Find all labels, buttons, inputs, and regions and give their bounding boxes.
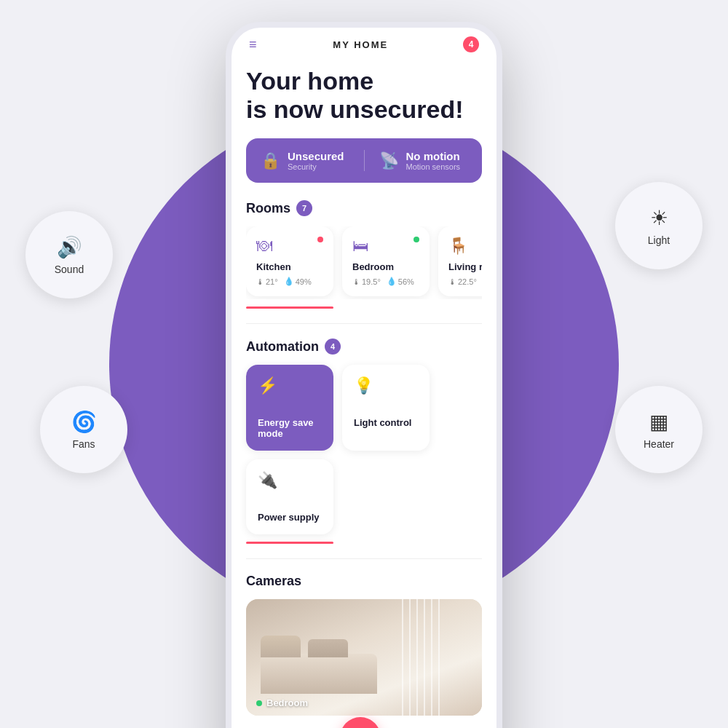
room-icon: 🍽	[256, 237, 323, 256]
automation-label: Light control	[354, 417, 418, 428]
notification-badge[interactable]: 4	[463, 36, 479, 52]
phone-content: Your home is now unsecured! 🔒 Unsecured …	[232, 55, 496, 728]
automation-card[interactable]: 🔌 Power supply	[246, 459, 333, 534]
security-divider	[364, 150, 365, 171]
room-card[interactable]: 🍽 Kitchen 🌡21° 💧49%	[246, 226, 333, 296]
motion-sub: Motion sensors	[406, 162, 461, 171]
light-icon: ☀	[650, 206, 668, 230]
automation-card[interactable]: ⚡ Energy save mode	[246, 365, 333, 451]
camera-active-dot	[256, 700, 262, 706]
room-icon: 🛏	[352, 237, 419, 256]
phone-body: ≡ MY HOME 4 Your home is now unsecured! …	[226, 22, 502, 728]
room-icon: 🪑	[448, 237, 482, 256]
room-stats: 🌡22.5° 💧52%	[448, 277, 482, 286]
rooms-tab-indicator	[246, 306, 333, 309]
rooms-title: Rooms	[246, 201, 290, 216]
automation-tab-line	[246, 558, 482, 559]
menu-icon[interactable]: ≡	[249, 37, 258, 52]
sound-icon: 🔊	[57, 235, 82, 259]
automation-tab-indicator	[246, 542, 333, 544]
automation-count: 4	[325, 339, 341, 355]
automation-title: Automation	[246, 339, 319, 355]
security-sub: Security	[288, 162, 344, 171]
cameras-header: Cameras	[246, 574, 482, 589]
fans-icon: 🌀	[71, 410, 97, 434]
motion-icon: 📡	[379, 151, 399, 170]
automation-header: Automation 4	[246, 339, 482, 355]
automation-icon: 🔌	[258, 471, 322, 490]
satellite-heater[interactable]: ▦ Heater	[615, 386, 703, 473]
automation-icon: ⚡	[258, 376, 322, 395]
automation-list[interactable]: ⚡ Energy save mode 💡 Light control 🔌 Pow…	[246, 365, 482, 534]
room-card[interactable]: 🛏 Bedroom 🌡19.5° 💧56%	[342, 226, 430, 296]
camera-room-label: Bedroom	[256, 697, 308, 708]
cameras-title: Cameras	[246, 574, 301, 589]
app-title: MY HOME	[333, 39, 388, 50]
room-name: Kitchen	[256, 261, 323, 272]
motion-status: 📡 No motion Motion sensors	[379, 150, 468, 171]
automation-card[interactable]: 💡 Light control	[342, 365, 430, 451]
automation-label: Energy save mode	[258, 417, 322, 439]
hero-title: Your home is now unsecured!	[246, 67, 482, 124]
fans-label: Fans	[72, 438, 95, 450]
heater-label: Heater	[644, 438, 674, 450]
status-bar: ≡ MY HOME 4	[232, 28, 496, 55]
security-banner[interactable]: 🔒 Unsecured Security 📡 No motion Motion …	[246, 138, 482, 183]
rooms-list[interactable]: 🍽 Kitchen 🌡21° 💧49% 🛏 Bedroom 🌡19.5° 💧56…	[246, 226, 482, 299]
room-name: Living room	[448, 261, 482, 272]
automation-label: Power supply	[258, 512, 322, 523]
sound-label: Sound	[55, 264, 84, 275]
room-stats: 🌡21° 💧49%	[256, 277, 323, 286]
satellite-light[interactable]: ☀ Light	[615, 182, 703, 269]
satellite-sound[interactable]: 🔊 Sound	[25, 211, 113, 298]
motion-main: No motion	[406, 150, 461, 162]
automation-icon: 💡	[354, 376, 418, 395]
room-name: Bedroom	[352, 261, 419, 272]
satellite-fans[interactable]: 🌀 Fans	[40, 386, 127, 473]
lock-icon: 🔒	[261, 151, 280, 170]
camera-preview[interactable]: Bedroom	[246, 599, 482, 716]
phone-frame: ≡ MY HOME 4 Your home is now unsecured! …	[226, 22, 502, 728]
room-card[interactable]: 🪑 Living room 🌡22.5° 💧52%	[438, 226, 482, 296]
rooms-tab-line	[246, 323, 482, 324]
heater-icon: ▦	[649, 410, 668, 434]
security-main: Unsecured	[288, 150, 344, 162]
rooms-header: Rooms 7	[246, 200, 482, 216]
security-status: 🔒 Unsecured Security	[261, 150, 349, 171]
rooms-count: 7	[296, 200, 312, 216]
light-label: Light	[648, 234, 670, 246]
room-stats: 🌡19.5° 💧56%	[352, 277, 419, 286]
